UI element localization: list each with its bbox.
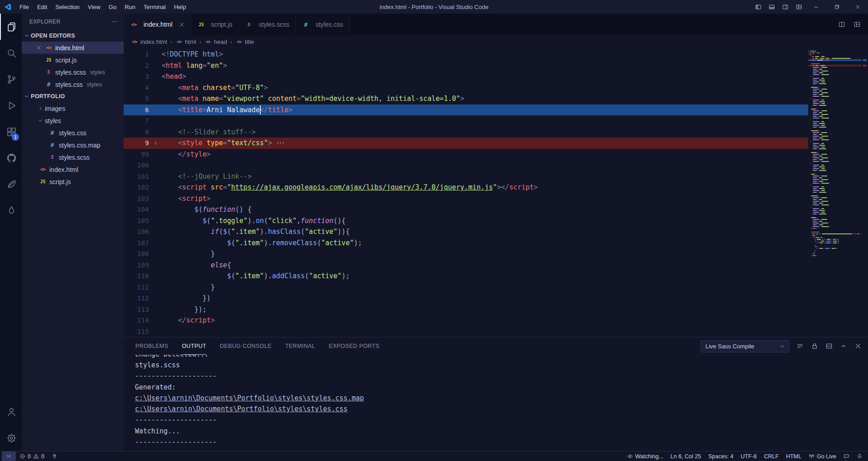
code-line-6[interactable]: 6 <title>Arni Nalawade</title>: [124, 105, 808, 116]
code-line-1[interactable]: 1<!DOCTYPE html>: [124, 49, 808, 60]
code-line-107[interactable]: 107 $(".item").removeClass("active");: [124, 238, 808, 249]
eol-status[interactable]: CRLF: [760, 451, 782, 461]
code-line-108[interactable]: 108 }: [124, 248, 808, 260]
run-and-debug-activity-button[interactable]: [0, 92, 22, 119]
output-channel-select[interactable]: Live Sass Compile: [700, 340, 789, 352]
code-line-7[interactable]: 7: [124, 115, 808, 127]
code-line-104[interactable]: 104 $(function() {: [124, 204, 808, 215]
split-panel-icon[interactable]: [825, 342, 833, 350]
open-editor-index.html[interactable]: <>index.html: [22, 42, 124, 54]
open-editors-header[interactable]: OPEN EDITORS: [22, 30, 124, 42]
project-folder-header[interactable]: PORTFOLIO: [22, 90, 124, 102]
output-console[interactable]: Change Detected...styles.scss-----------…: [124, 355, 868, 451]
code-line-103[interactable]: 103 <script>: [124, 193, 808, 204]
breadcrumb-item-index.html[interactable]: <>index.html: [131, 38, 167, 45]
menu-edit[interactable]: Edit: [33, 0, 51, 14]
panel-tab-output[interactable]: OUTPUT: [182, 337, 207, 355]
close-panel-icon[interactable]: [854, 342, 862, 350]
tab-script.js[interactable]: JSscript.js: [191, 14, 239, 35]
layout-sidebar-toggle[interactable]: [751, 0, 765, 14]
sass-watching-status[interactable]: Watching...: [623, 451, 667, 461]
panel-tab-debug-console[interactable]: DEBUG CONSOLE: [219, 337, 272, 355]
fold-indicator[interactable]: [149, 140, 162, 146]
panel-tab-problems[interactable]: PROBLEMS: [135, 337, 169, 355]
lock-scroll-icon[interactable]: [811, 342, 818, 350]
tree-item-styles.scss[interactable]: Sstyles.scss: [22, 151, 124, 163]
output-actions-icon[interactable]: [796, 342, 804, 350]
close-icon[interactable]: [179, 22, 185, 28]
menu-terminal[interactable]: Terminal: [139, 0, 170, 14]
restore-window-button[interactable]: [826, 0, 847, 14]
layout-secondary-toggle[interactable]: [778, 0, 792, 14]
code-line-114[interactable]: 114 </script>: [124, 315, 808, 326]
code-line-101[interactable]: 101 <!--jQuery Link-->: [124, 171, 808, 182]
menu-view[interactable]: View: [84, 0, 105, 14]
open-editor-styles.css[interactable]: #styles.cssstyles: [22, 78, 124, 90]
code-line-111[interactable]: 111 }: [124, 282, 808, 293]
close-file-icon[interactable]: [33, 42, 44, 54]
source-control-activity-button[interactable]: [0, 66, 22, 92]
panel-tab-terminal[interactable]: TERMINAL: [285, 337, 316, 355]
code-line-5[interactable]: 5 <meta name="viewport" content="width=d…: [124, 93, 808, 105]
code-line-115[interactable]: 115: [124, 326, 808, 337]
menu-help[interactable]: Help: [170, 0, 190, 14]
tab-styles.scss[interactable]: Sstyles.scss: [239, 14, 296, 35]
tree-item-styles.css.map[interactable]: #styles.css.map: [22, 139, 124, 151]
go-live-button[interactable]: Go Live: [805, 451, 840, 461]
code-line-112[interactable]: 112 }): [124, 293, 808, 304]
encoding-status[interactable]: UTF-8: [737, 451, 760, 461]
tree-item-styles[interactable]: styles: [22, 114, 124, 127]
tree-item-index.html[interactable]: <>index.html: [22, 163, 124, 176]
code-line-100[interactable]: 100: [124, 160, 808, 171]
extensions-activity-button[interactable]: 1: [0, 119, 22, 145]
tree-item-script.js[interactable]: JSscript.js: [22, 176, 124, 188]
flame-extension-activity-button[interactable]: [0, 197, 22, 223]
cursor-position[interactable]: Ln 6, Col 25: [667, 451, 705, 461]
code-line-105[interactable]: 105 $(".toggle").on("click",function(){: [124, 215, 808, 227]
accounts-activity-button[interactable]: [0, 399, 22, 425]
breadcrumb-item-html[interactable]: <>html: [176, 38, 197, 45]
menu-file[interactable]: File: [15, 0, 33, 14]
code-line-8[interactable]: 8 <!--Slider stuff-->: [124, 127, 808, 138]
close-window-button[interactable]: [847, 0, 868, 14]
editor-layout-icon[interactable]: [854, 21, 861, 28]
code-line-99[interactable]: 99 </style>: [124, 149, 808, 160]
language-mode[interactable]: HTML: [782, 451, 805, 461]
tree-item-images[interactable]: images: [22, 102, 124, 114]
panel-tab-exposed-ports[interactable]: EXPOSED PORTS: [328, 337, 380, 355]
code-line-102[interactable]: 102 <script src="https://ajax.googleapis…: [124, 182, 808, 193]
code-line-9[interactable]: 9 <style type="text/css">···: [124, 138, 808, 149]
notifications-bell[interactable]: [853, 451, 866, 461]
breadcrumb-item-title[interactable]: <>title: [235, 38, 254, 45]
remote-indicator[interactable]: [2, 451, 16, 461]
tab-styles.css[interactable]: #styles.css: [296, 14, 350, 35]
code-line-106[interactable]: 106 if($(".item").hasClass("active")){: [124, 226, 808, 238]
breadcrumb-item-head[interactable]: <>head: [205, 38, 227, 45]
tree-item-styles.css[interactable]: #styles.css: [22, 127, 124, 139]
feedback-button[interactable]: [840, 451, 853, 461]
open-editor-styles.scss[interactable]: Sstyles.scssstyles: [22, 66, 124, 78]
code-line-2[interactable]: 2<html lang="en">: [124, 60, 808, 71]
menu-go[interactable]: Go: [105, 0, 120, 14]
split-editor-icon[interactable]: [838, 21, 845, 28]
code-line-3[interactable]: 3<head>: [124, 71, 808, 82]
code-line-110[interactable]: 110 $(".item").addClass("active");: [124, 271, 808, 282]
layout-customize-toggle[interactable]: [792, 0, 806, 14]
leaf-extension-activity-button[interactable]: [0, 171, 22, 197]
layout-panel-toggle[interactable]: [765, 0, 778, 14]
settings-activity-button[interactable]: [0, 425, 22, 451]
open-editor-script.js[interactable]: JSscript.js: [22, 54, 124, 66]
indentation-status[interactable]: Spaces: 4: [705, 451, 737, 461]
menu-selection[interactable]: Selection: [51, 0, 83, 14]
tab-index.html[interactable]: <>index.html: [124, 14, 191, 35]
code-line-4[interactable]: 4 <meta charset="UTF-8">: [124, 82, 808, 94]
output-file-link[interactable]: c:\Users\arnin\Documents\Portfolio\style…: [135, 404, 868, 414]
minimap[interactable]: [808, 48, 862, 337]
editor-scrollbar[interactable]: [862, 48, 868, 337]
sidebar-more-actions-icon[interactable]: [111, 18, 118, 25]
search-activity-button[interactable]: [0, 40, 22, 66]
output-file-link[interactable]: c:\Users\arnin\Documents\Portfolio\style…: [135, 393, 868, 404]
problems-status[interactable]: 0 0: [16, 451, 48, 461]
menu-run[interactable]: Run: [120, 0, 139, 14]
explorer-activity-button[interactable]: [0, 14, 22, 40]
